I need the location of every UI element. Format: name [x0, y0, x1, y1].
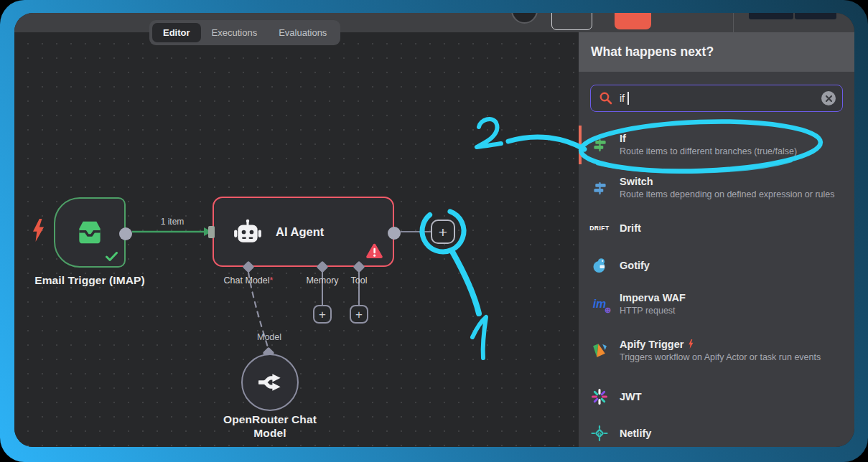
trigger-bolt-icon: [688, 339, 694, 349]
node-picker-panel: What happens next?: [579, 32, 854, 447]
user-avatar[interactable]: [511, 13, 538, 24]
node-email-trigger[interactable]: [54, 197, 126, 268]
item-description: HTTP request: [620, 306, 686, 316]
workflow-editor-window: Editor Executions Evaluations: [14, 13, 854, 447]
output-connector[interactable]: [388, 227, 401, 240]
item-title: JWT: [620, 391, 642, 402]
required-marker: *: [270, 275, 274, 286]
view-tabs: Editor Executions Evaluations: [149, 20, 340, 45]
node-results-list: If Route items to different branches (tr…: [579, 123, 854, 447]
item-title: Switch: [620, 176, 835, 187]
port-label-memory: Memory: [306, 275, 338, 286]
item-description: Triggers workflow on Apify Actor or task…: [620, 352, 821, 363]
list-item-netlify[interactable]: n Netlify: [579, 415, 854, 447]
panel-header: What happens next?: [579, 32, 854, 72]
node-openrouter[interactable]: [241, 354, 299, 411]
share-button[interactable]: [551, 13, 592, 30]
item-description: Route items depending on defined express…: [620, 189, 835, 200]
text-caret: [627, 92, 629, 105]
topbar-divider: [733, 13, 734, 32]
list-item-switch[interactable]: Switch Route items depending on defined …: [579, 166, 854, 209]
list-item-jwt[interactable]: JWT: [579, 377, 854, 415]
success-check-icon: [106, 252, 118, 261]
netlify-diamond-icon: n: [589, 423, 610, 444]
list-item-gotify[interactable]: Gotify: [579, 247, 854, 284]
tab-editor[interactable]: Editor: [152, 23, 201, 42]
save-button[interactable]: [615, 13, 651, 29]
apify-logo-icon: [589, 340, 610, 362]
output-connector[interactable]: [119, 227, 132, 240]
port-label-tool: Tool: [351, 275, 368, 286]
search-field: [590, 85, 843, 112]
list-item-drift[interactable]: DRIFT Drift: [579, 209, 854, 247]
input-connector[interactable]: [208, 226, 215, 238]
node-label-openrouter: OpenRouter Chat Model: [210, 412, 330, 440]
list-item-imperva-waf[interactable]: im⊕ Imperva WAF HTTP request: [579, 284, 854, 324]
topbar-dark-button-2[interactable]: [795, 13, 836, 19]
if-branches-icon: [589, 134, 610, 156]
gotify-bird-icon: [589, 255, 610, 276]
tab-evaluations[interactable]: Evaluations: [268, 23, 337, 42]
panel-title: What happens next?: [591, 44, 714, 60]
svg-text:n: n: [598, 430, 602, 437]
node-title: AI Agent: [276, 225, 324, 239]
switch-branches-icon: [589, 177, 610, 199]
screenshot-stage: Editor Executions Evaluations: [0, 0, 868, 462]
edge-item-count: 1 item: [140, 217, 205, 227]
topbar-dark-button-1[interactable]: [749, 13, 793, 19]
item-title: Imperva WAF: [620, 292, 686, 303]
tab-executions[interactable]: Executions: [201, 23, 269, 42]
imperva-logo-icon: im⊕: [589, 293, 610, 315]
inbox-icon: [73, 218, 106, 247]
jwt-starburst-icon: [589, 386, 610, 407]
list-item-apify-trigger[interactable]: Apify Trigger Triggers workflow on Apify…: [579, 324, 854, 377]
item-title: Drift: [620, 222, 641, 234]
list-item-if[interactable]: If Route items to different branches (tr…: [579, 123, 854, 166]
trigger-bolt-icon: [33, 218, 45, 245]
node-label-email-trigger: Email Trigger (IMAP): [18, 274, 162, 287]
openrouter-icon: [257, 369, 283, 395]
item-title: If: [620, 133, 797, 144]
top-bar: [14, 13, 854, 32]
port-label-chat-model: Chat Model*: [224, 275, 274, 286]
add-memory-button[interactable]: +: [313, 305, 332, 324]
node-ai-agent[interactable]: AI Agent: [213, 197, 394, 267]
item-title: Gotify: [620, 260, 650, 271]
add-node-button[interactable]: +: [431, 220, 455, 244]
robot-icon: [233, 219, 263, 245]
drift-wordmark-icon: DRIFT: [589, 217, 610, 239]
item-description: Route items to different branches (true/…: [620, 146, 797, 157]
clear-search-icon[interactable]: [821, 91, 836, 105]
item-title: Apify Trigger: [620, 339, 821, 350]
item-title: Netlify: [620, 428, 651, 439]
add-tool-button[interactable]: +: [350, 305, 368, 324]
warning-icon: [365, 243, 383, 262]
port-label-model: Model: [257, 332, 281, 342]
